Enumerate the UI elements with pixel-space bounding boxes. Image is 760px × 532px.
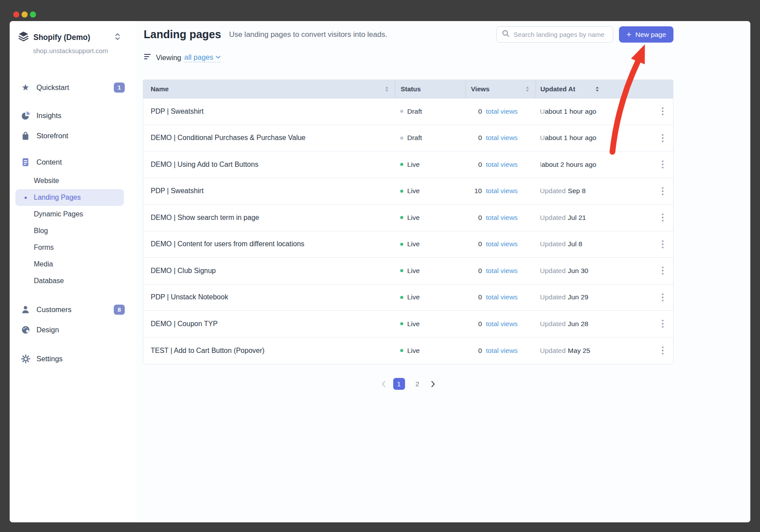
gear-icon xyxy=(20,354,31,363)
total-views-link[interactable]: total views xyxy=(486,134,518,142)
updated-value: Jul 8 xyxy=(568,240,583,248)
table-row[interactable]: PDP | Sweatshirt Live 10total views Upda… xyxy=(143,178,673,205)
person-icon xyxy=(20,305,31,314)
table-row[interactable]: TEST | Add to Cart Button (Popover) Live… xyxy=(143,338,673,364)
total-views-link[interactable]: total views xyxy=(486,347,518,355)
page-name[interactable]: PDP | Unstack Notebook xyxy=(143,293,395,301)
table-row[interactable]: DEMO | Content for users from different … xyxy=(143,231,673,258)
column-header-status[interactable]: Status xyxy=(395,80,465,98)
updated-prefix: Updated xyxy=(540,293,566,301)
total-views-link[interactable]: total views xyxy=(486,108,518,115)
search-icon xyxy=(502,30,510,39)
updated-value: Jun 28 xyxy=(568,320,589,328)
table-row[interactable]: PDP | Unstack Notebook Live 0total views… xyxy=(143,284,673,311)
total-views-link[interactable]: total views xyxy=(486,161,518,169)
chevron-right-icon[interactable] xyxy=(430,380,436,388)
search-box[interactable] xyxy=(496,26,613,43)
page-name[interactable]: TEST | Add to Cart Button (Popover) xyxy=(143,347,395,355)
total-views-link[interactable]: total views xyxy=(486,187,518,195)
sidebar-item-website[interactable]: Website xyxy=(15,173,124,189)
status-label: Live xyxy=(407,187,420,195)
sort-icon[interactable] xyxy=(525,86,529,92)
updated-prefix: Updated xyxy=(540,347,566,355)
sidebar-item-forms[interactable]: Forms xyxy=(15,239,124,256)
status-dot xyxy=(400,322,403,325)
sidebar-item-storefront[interactable]: Storefront xyxy=(10,126,136,146)
kebab-icon[interactable] xyxy=(659,318,666,330)
sort-icon[interactable] xyxy=(385,86,389,92)
sidebar-item-insights[interactable]: Insights xyxy=(10,105,136,126)
close-window-button[interactable] xyxy=(13,11,19,18)
table-row[interactable]: DEMO | Using Add to Cart Buttons Live 0t… xyxy=(143,151,673,178)
chevron-updown-icon[interactable] xyxy=(115,32,120,43)
table-row[interactable]: DEMO | Coupon TYP Live 0total views Upda… xyxy=(143,311,673,338)
total-views-link[interactable]: total views xyxy=(486,214,518,222)
viewing-filter-dropdown[interactable]: all pages xyxy=(184,53,220,62)
table-row[interactable]: DEMO | Club Signup Live 0total views Upd… xyxy=(143,258,673,284)
main-content: Landing pages Use landing pages to conve… xyxy=(136,21,750,522)
page-name[interactable]: DEMO | Content for users from different … xyxy=(143,240,395,248)
sidebar-nav: ★ Quickstart 1 Insights xyxy=(10,77,136,369)
updated-prefix: U xyxy=(540,134,545,142)
kebab-icon[interactable] xyxy=(659,291,666,303)
column-header-updated-at[interactable]: Updated At xyxy=(536,80,673,98)
views-count: 0 xyxy=(470,267,482,275)
search-input[interactable] xyxy=(514,31,608,38)
zoom-window-button[interactable] xyxy=(30,11,36,18)
column-header-views[interactable]: Views xyxy=(465,80,536,98)
sidebar-item-landing-pages[interactable]: Landing Pages xyxy=(15,189,124,206)
views-count: 10 xyxy=(470,187,482,195)
sidebar-item-content[interactable]: Content xyxy=(10,152,136,172)
sidebar-item-design[interactable]: Design xyxy=(10,320,136,340)
kebab-icon[interactable] xyxy=(659,212,666,223)
sidebar-item-media[interactable]: Media xyxy=(15,256,124,273)
shopping-bag-icon xyxy=(20,131,31,140)
sidebar-item-settings[interactable]: Settings xyxy=(10,349,136,369)
page-name[interactable]: DEMO | Conditional Purchases & Purchase … xyxy=(143,134,395,142)
kebab-icon[interactable] xyxy=(659,238,666,250)
page-name[interactable]: DEMO | Show search term in page xyxy=(143,214,395,222)
chevron-left-icon[interactable] xyxy=(380,380,387,388)
updated-value: about 1 hour ago xyxy=(545,134,596,142)
sort-icon[interactable] xyxy=(595,86,599,92)
page-button-2[interactable]: 2 xyxy=(412,378,423,390)
viewing-label: Viewing xyxy=(156,54,181,62)
kebab-icon[interactable] xyxy=(659,345,666,356)
page-name[interactable]: DEMO | Using Add to Cart Buttons xyxy=(143,161,395,169)
page-name[interactable]: DEMO | Coupon TYP xyxy=(143,320,395,328)
total-views-link[interactable]: total views xyxy=(486,293,518,301)
table-row[interactable]: PDP | Sweatshirt Draft 0total views Uabo… xyxy=(143,98,673,125)
sidebar-item-quickstart[interactable]: ★ Quickstart 1 xyxy=(10,77,136,97)
page-name[interactable]: DEMO | Club Signup xyxy=(143,267,395,275)
workspace-name: Shopify (Demo) xyxy=(33,33,90,42)
status-dot xyxy=(400,163,403,166)
column-header-name[interactable]: Name xyxy=(143,80,395,98)
kebab-icon[interactable] xyxy=(659,132,666,144)
pie-chart-icon xyxy=(20,111,31,120)
page-title: Landing pages xyxy=(144,28,221,41)
kebab-icon[interactable] xyxy=(659,158,666,170)
layers-logo-icon xyxy=(18,31,29,44)
updated-value: about 1 hour ago xyxy=(545,108,596,115)
total-views-link[interactable]: total views xyxy=(486,240,518,248)
kebab-icon[interactable] xyxy=(659,105,666,117)
pagination: 1 2 xyxy=(143,378,673,390)
kebab-icon[interactable] xyxy=(659,185,666,197)
new-page-button[interactable]: + New page xyxy=(619,26,673,43)
minimize-window-button[interactable] xyxy=(22,11,28,18)
sidebar-item-customers[interactable]: Customers 8 xyxy=(10,299,136,320)
status-label: Live xyxy=(407,267,420,275)
page-name[interactable]: PDP | Sweatshirt xyxy=(143,187,395,195)
table-row[interactable]: DEMO | Show search term in page Live 0to… xyxy=(143,205,673,231)
sidebar-item-dynamic-pages[interactable]: Dynamic Pages xyxy=(15,206,124,223)
table-row[interactable]: DEMO | Conditional Purchases & Purchase … xyxy=(143,125,673,152)
workspace-switcher[interactable]: Shopify (Demo) shop.unstacksupport.com xyxy=(10,31,136,68)
sidebar-item-database[interactable]: Database xyxy=(15,273,124,289)
kebab-icon[interactable] xyxy=(659,265,666,277)
total-views-link[interactable]: total views xyxy=(486,320,518,328)
page-button-1[interactable]: 1 xyxy=(393,378,405,390)
total-views-link[interactable]: total views xyxy=(486,267,518,275)
status-label: Draft xyxy=(407,108,422,115)
page-name[interactable]: PDP | Sweatshirt xyxy=(143,108,395,115)
sidebar-item-blog[interactable]: Blog xyxy=(15,223,124,239)
